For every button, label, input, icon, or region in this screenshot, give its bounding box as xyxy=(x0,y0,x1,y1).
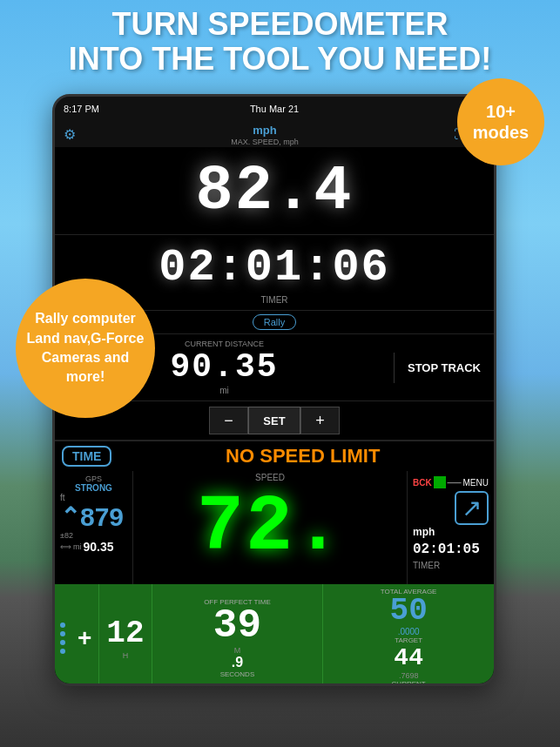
target-value: 50 xyxy=(390,596,428,627)
current-value: 44 xyxy=(394,644,423,671)
hud-main: GPS STRONG ft ⌃ 879 ±82 ⟺ mi 90.35 xyxy=(55,471,494,584)
altitude-icon: ⌃ xyxy=(60,502,80,531)
speed-value: 82.4 xyxy=(55,156,494,227)
off-perfect-section: OFF PERFECT TIME 39 M .9 SECONDS xyxy=(152,584,323,683)
modes-text: 10+modes xyxy=(473,101,529,143)
time-mode-badge[interactable]: TIME xyxy=(62,446,111,467)
right-arrow-icon[interactable]: ↗ xyxy=(455,491,489,525)
device-date: Thu Mar 21 xyxy=(250,104,299,114)
dash-sep: — xyxy=(448,474,462,490)
gps-mi-label: mi xyxy=(73,542,82,551)
right-time-value: 02:01:05 xyxy=(413,542,489,557)
modes-bubble: 10+modes xyxy=(457,78,544,165)
no-speed-limit-label: NO SPEED LIMIT xyxy=(118,445,487,468)
gps-distance-row: ⟺ mi 90.35 xyxy=(60,540,127,554)
plus-section: + xyxy=(71,584,99,683)
hud-top-row: TIME NO SPEED LIMIT xyxy=(55,441,494,471)
right-arrow-container: ↗ xyxy=(413,494,489,522)
header-section: TURN SPEEDOMETER INTO THE TOOL YOU NEED! xyxy=(0,7,560,76)
header-line2: INTO THE TOOL YOU NEED! xyxy=(0,42,560,77)
dot-column xyxy=(55,584,71,683)
timer-value: 02:01:06 xyxy=(55,242,494,293)
plus-button[interactable]: + xyxy=(300,407,340,434)
hours-section: 12 H xyxy=(99,584,151,683)
stop-track-button[interactable]: STOP TRACK xyxy=(394,353,494,383)
bck-label: BCK xyxy=(413,478,432,488)
device-time: 8:17 PM xyxy=(64,104,99,114)
max-speed-label: MAX. SPEED, mph xyxy=(76,138,454,146)
dot-4 xyxy=(60,649,65,654)
gps-ft-label: ft xyxy=(60,493,65,502)
gps-label: GPS xyxy=(60,474,127,483)
current-label: CURRENT xyxy=(392,680,426,683)
gps-dist-value: 90.35 xyxy=(84,540,114,554)
features-bubble: Rally computer Land nav,G-Force Cameras … xyxy=(16,279,155,418)
set-button[interactable]: SET xyxy=(248,407,300,434)
app-header-row: ⚙ mph MAX. SPEED, mph ⛶ ☰ xyxy=(55,121,494,147)
settings-icon[interactable]: ⚙ xyxy=(64,126,76,143)
seconds-value: .9 xyxy=(232,655,243,670)
rally-badge[interactable]: Rally xyxy=(253,314,296,330)
m-label: M xyxy=(234,646,241,655)
gps-mi-icon: ⟺ xyxy=(60,542,71,551)
gps-strength: STRONG xyxy=(60,483,127,493)
target-sub: .0000 xyxy=(398,627,420,636)
right-top-row: BCK — MENU xyxy=(413,474,489,490)
features-text: Rally computer Land nav,G-Force Cameras … xyxy=(16,300,155,396)
right-timer-label: TIMER xyxy=(413,561,489,570)
center-speed-display: SPEED 72. xyxy=(133,471,407,584)
bottom-green-bar: + 12 H OFF PERFECT TIME 39 M .9 SECONDS … xyxy=(55,584,494,683)
target-label: TARGET xyxy=(395,636,422,644)
dot-3 xyxy=(60,640,65,645)
dot-1 xyxy=(60,622,65,628)
total-avg-section: TOTAL AVERAGE 50 .0000 TARGET 44 .7698 C… xyxy=(322,584,494,683)
current-sub: .7698 xyxy=(399,671,419,680)
right-panel: BCK — MENU ↗ mph 02:01:05 TIMER xyxy=(407,471,494,584)
device-topbar: 8:17 PM Thu Mar 21 ▲ ▮ xyxy=(55,97,494,121)
gps-accuracy: ±82 xyxy=(60,531,127,540)
altitude-value: 879 xyxy=(80,504,124,530)
minus-button[interactable]: − xyxy=(209,407,248,434)
green-indicator xyxy=(434,476,446,488)
h-label: H xyxy=(123,651,129,660)
hours-value: 12 xyxy=(106,616,144,651)
plus-sign: + xyxy=(78,626,91,650)
speed-display: 82.4 xyxy=(55,147,494,235)
menu-label[interactable]: MENU xyxy=(463,478,489,488)
right-unit-label: mph xyxy=(413,526,489,538)
speed-unit-label: mph xyxy=(253,124,276,137)
seconds-label: SECONDS xyxy=(220,670,255,678)
gps-panel: GPS STRONG ft ⌃ 879 ±82 ⟺ mi 90.35 xyxy=(55,471,133,584)
dot-2 xyxy=(60,631,65,636)
minutes-value: 39 xyxy=(213,606,261,646)
hud-section: TIME NO SPEED LIMIT GPS STRONG ft ⌃ 879 … xyxy=(55,440,494,584)
header-line1: TURN SPEEDOMETER xyxy=(0,7,560,42)
speed-top-label: SPEED xyxy=(255,473,285,482)
hud-speed-value: 72. xyxy=(197,488,343,567)
